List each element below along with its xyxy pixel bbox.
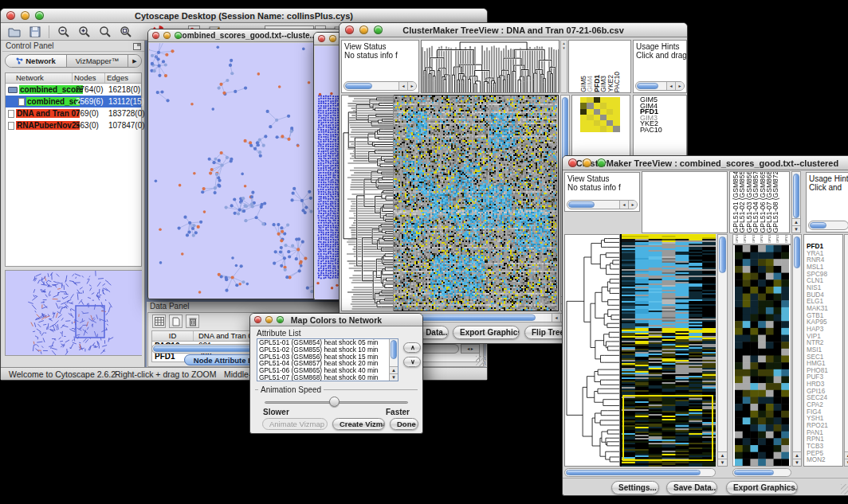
dialog-titlebar[interactable]: Map Colors to Network <box>250 314 422 326</box>
zoom-out-icon[interactable] <box>57 25 70 38</box>
zoom-button[interactable] <box>277 316 284 323</box>
resize-grip[interactable] <box>841 484 848 494</box>
edge-count: 13112(15) <box>108 97 144 106</box>
zoom-in-icon[interactable] <box>77 25 91 38</box>
tab-overflow-button[interactable]: ▶ <box>128 55 141 67</box>
zoom-selected-icon[interactable] <box>98 25 112 38</box>
view-status-title: View Status <box>342 41 418 51</box>
gene-label[interactable]: PAC10 <box>634 127 686 134</box>
table-col-id[interactable]: ID <box>152 331 194 341</box>
zoom-matrix-cell <box>580 115 587 120</box>
select-attributes-icon[interactable] <box>152 315 166 328</box>
tv1-view-status-panel: View Status No status info f ◂▸ <box>341 40 419 93</box>
tv2-zoom-vscrollbar[interactable]: ▲▼ <box>792 234 802 467</box>
create-vizmap-button[interactable]: Create Vizmap <box>332 418 385 430</box>
attribute-list-item[interactable]: GPL51-07 (GSM868) heat shock 60 min <box>257 374 398 381</box>
tv2-vscrollbar[interactable]: ▲▼ <box>717 234 728 467</box>
view-status-scrollbar[interactable]: ◂▸ <box>567 200 638 209</box>
zoom-button[interactable] <box>175 32 182 39</box>
slider-thumb[interactable] <box>329 397 340 407</box>
usage-hints-scrollbar[interactable]: ◂▸ <box>635 81 685 91</box>
tv1-column-dendrogram[interactable] <box>421 40 559 93</box>
col-nodes[interactable]: Nodes <box>73 73 105 83</box>
treeview1-titlebar[interactable]: ClusterMaker TreeView : DNA and Tran 07-… <box>340 23 687 37</box>
tv2-genelabels-scrollbar[interactable]: ▲▼ <box>844 234 848 467</box>
open-file-icon[interactable] <box>7 25 21 38</box>
main-titlebar[interactable]: Cytoscape Desktop (Session Name: collins… <box>1 9 487 23</box>
tv2-hscrollbar[interactable] <box>564 468 716 477</box>
network-list-row[interactable]: combined_sco2569(6)13112(15) <box>6 96 141 107</box>
treeview2-titlebar[interactable]: ClusterMaker TreeView : combined_scores_… <box>563 156 848 170</box>
view-status-scrollbar[interactable]: ◂▸ <box>344 81 417 91</box>
attribute-list-label: Attribute List <box>257 329 301 338</box>
minimize-button[interactable] <box>163 32 171 39</box>
done-button[interactable]: Done <box>390 418 418 430</box>
col-edges[interactable]: Edges <box>105 73 141 83</box>
tab-network[interactable]: Network <box>6 55 67 67</box>
tv2-zoom-hscrollbar[interactable] <box>732 468 791 477</box>
new-attribute-icon[interactable] <box>169 315 183 328</box>
attribute-list-scrollbar[interactable]: ▲▼ <box>389 339 398 381</box>
close-button[interactable] <box>152 32 159 39</box>
minimize-button[interactable] <box>329 35 336 42</box>
close-button[interactable] <box>568 158 577 167</box>
tv2-selection-rectangle <box>622 395 713 461</box>
close-button[interactable] <box>6 11 15 20</box>
network-overview-canvas[interactable] <box>6 271 142 355</box>
tv2-settings-button[interactable]: Settings... <box>611 481 659 494</box>
column-label: PAC10 <box>614 72 620 92</box>
zoom-matrix-cell <box>613 120 619 126</box>
network-name: DNA and Tran 07 <box>16 109 80 118</box>
tv2-global-heatmap[interactable] <box>620 234 716 467</box>
usage-hints-title: Usage Hints <box>807 173 848 183</box>
tv1-export-graphics-button[interactable]: Export Graphics... <box>453 326 520 339</box>
tv1-row-dendrogram[interactable] <box>341 95 394 311</box>
delete-attribute-icon[interactable] <box>186 315 199 328</box>
tv2-row-dendrogram[interactable] <box>564 234 620 467</box>
close-button[interactable] <box>254 316 261 323</box>
zoom-button[interactable] <box>374 25 383 34</box>
resize-grip[interactable] <box>476 356 486 366</box>
zoom-matrix-cell <box>607 109 613 115</box>
column-label: GPL51-04 (GSM857) <box>752 171 759 232</box>
tv1-splitter[interactable]: ▴▾ <box>560 40 567 93</box>
network-overview-panel[interactable] <box>5 270 142 356</box>
usage-hints-title: Usage Hints <box>634 41 686 51</box>
save-icon[interactable] <box>28 25 41 38</box>
minimize-button[interactable] <box>359 25 368 34</box>
tv2-save-data-button[interactable]: Save Data... <box>666 481 717 494</box>
animation-speed-label: Animation Speed <box>258 385 324 394</box>
tv1-zoom-matrix[interactable] <box>580 97 620 132</box>
usage-hints-scrollbar[interactable] <box>808 221 848 230</box>
close-button[interactable] <box>318 35 325 42</box>
minimize-button[interactable] <box>21 11 29 20</box>
tab-vizmapper[interactable]: VizMapper™ <box>67 55 128 67</box>
minimize-button[interactable] <box>265 316 273 323</box>
move-down-button[interactable]: ∨ <box>403 357 421 367</box>
minimize-button[interactable] <box>583 158 591 167</box>
close-button[interactable] <box>345 25 354 34</box>
tv1-global-heatmap[interactable] <box>394 95 559 311</box>
zoom-button[interactable] <box>597 158 606 167</box>
network-list-row[interactable]: DNA and Tran 07769(0)183728(0) <box>6 107 141 119</box>
move-up-button[interactable]: ∧ <box>403 342 421 353</box>
map-colors-dialog: Map Colors to Network Attribute List ▲▼ … <box>249 313 423 434</box>
tv2-export-graphics-button[interactable]: Export Graphics... <box>726 481 798 494</box>
zoom-matrix-cell <box>594 97 600 103</box>
zoom-fit-icon[interactable] <box>119 25 132 38</box>
float-panel-icon[interactable] <box>133 39 141 53</box>
tv2-collabels-scrollbar[interactable]: ▲▼ <box>791 171 801 233</box>
col-network[interactable]: Network <box>6 73 73 83</box>
tv2-zoom-heatmap[interactable] <box>732 244 791 467</box>
data-panel-scroll-arrows[interactable]: ◂ ▸ <box>461 344 480 354</box>
zoom-button[interactable] <box>35 11 44 20</box>
edge-count: 183728(0) <box>108 109 145 118</box>
animate-vizmap-button[interactable]: Animate Vizmap <box>262 418 328 430</box>
gene-label[interactable]: MON2 <box>804 457 842 464</box>
zoom-matrix-cell <box>613 97 619 103</box>
attribute-list[interactable]: ▲▼ GPL51-01 (GSM854) heat shock 05 minGP… <box>257 338 398 381</box>
network-list-row[interactable]: RNAPuberNov2+|563(0)107847(0) <box>6 119 141 131</box>
tv2-column-dendrogram-area[interactable] <box>642 171 728 233</box>
zoom-matrix-cell <box>580 126 587 131</box>
network-list-row[interactable]: combined_scores2764(0)16218(0) <box>6 84 141 96</box>
